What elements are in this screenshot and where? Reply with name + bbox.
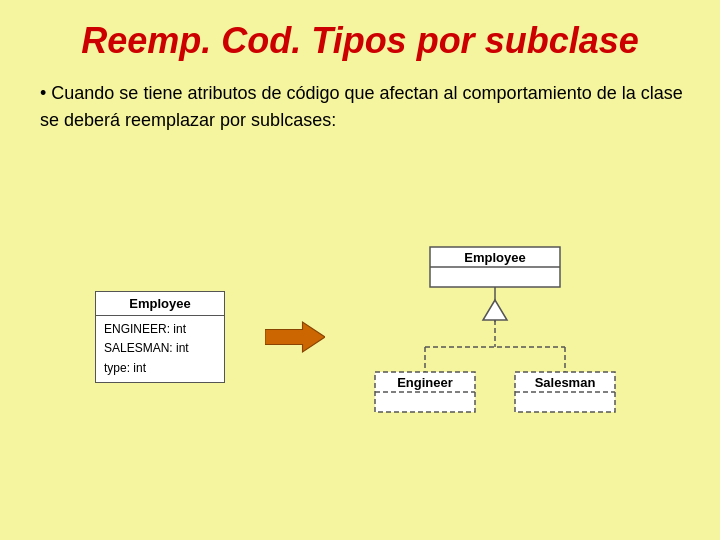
left-attributes: ENGINEER: int SALESMAN: int type: int bbox=[96, 316, 224, 382]
attr-1: ENGINEER: int bbox=[104, 320, 216, 339]
arrow-container bbox=[265, 317, 325, 357]
svg-marker-0 bbox=[265, 322, 325, 352]
attr-3: type: int bbox=[104, 359, 216, 378]
right-salesman-label: Salesman bbox=[535, 375, 596, 390]
left-diagram: Employee ENGINEER: int SALESMAN: int typ… bbox=[95, 291, 225, 383]
bullet-text: Cuando se tiene atributos de código que … bbox=[30, 80, 690, 134]
left-class-name: Employee bbox=[96, 292, 224, 316]
right-employee-label: Employee bbox=[464, 250, 525, 265]
svg-marker-4 bbox=[483, 300, 507, 320]
slide: Reemp. Cod. Tipos por subclase Cuando se… bbox=[0, 0, 720, 540]
slide-title: Reemp. Cod. Tipos por subclase bbox=[30, 20, 690, 62]
right-diagram-svg: Employee Engineer bbox=[365, 242, 625, 432]
fat-arrow-icon bbox=[265, 317, 325, 357]
diagram-area: Employee ENGINEER: int SALESMAN: int typ… bbox=[30, 154, 690, 520]
left-uml-box: Employee ENGINEER: int SALESMAN: int typ… bbox=[95, 291, 225, 383]
right-diagram: Employee Engineer bbox=[365, 242, 625, 432]
attr-2: SALESMAN: int bbox=[104, 339, 216, 358]
right-engineer-label: Engineer bbox=[397, 375, 453, 390]
